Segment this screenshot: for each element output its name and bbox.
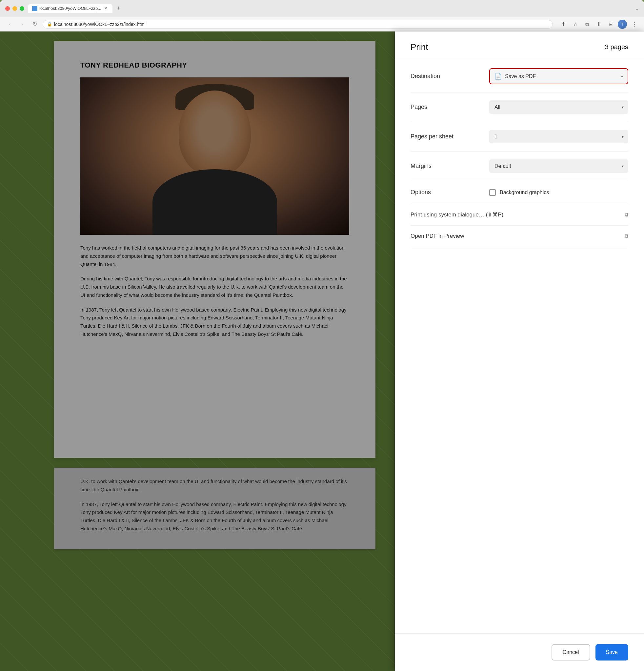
title-bar: localhost:8080/yoWlOOkL~zzp... ✕ + ⌄ [0,0,644,17]
cancel-button[interactable]: Cancel [552,644,590,660]
address-bar: ‹ › ↻ 🔒 localhost:8080/yoWlOOkL~zzp2zr/i… [0,17,644,31]
system-dialogue-row[interactable]: Print using system dialogue… (⇧⌘P) ⧉ [411,204,628,226]
extensions-icon[interactable]: ⧉ [582,20,592,29]
open-pdf-text: Open PDF in Preview [411,233,464,239]
pages-label: Pages [411,104,483,111]
background-graphics-checkbox-row: Background graphics [489,189,628,196]
maximize-button[interactable] [20,6,24,11]
share-icon[interactable]: ⬆ [559,20,568,29]
margins-control: Default None Minimum Custom ▾ [489,160,628,173]
options-label: Options [411,189,483,196]
tab-title: localhost:8080/yoWlOOkL~zzp... [39,6,101,11]
margins-label: Margins [411,163,483,169]
url-text: localhost:8080/yoWlOOkL~zzp2zr/index.htm… [54,22,146,27]
destination-select[interactable]: Save as PDF Microsoft Print to PDF [491,69,627,83]
print-dialog-header: Print 3 pages [395,31,644,60]
bookmark-icon[interactable]: ☆ [570,20,580,29]
pages-per-sheet-label: Pages per sheet [411,133,483,140]
pages-per-sheet-select-wrapper: 1 2 4 6 9 16 ▾ [489,130,628,143]
avatar[interactable]: T [618,20,627,29]
print-pages-count: 3 pages [605,43,628,51]
open-pdf-row[interactable]: Open PDF in Preview ⧉ [411,226,628,247]
print-dialog-footer: Cancel Save [395,633,644,671]
pages-control: All Odd pages only Even pages only Custo… [489,100,628,114]
margins-row: Margins Default None Minimum Custom ▾ [411,152,628,181]
pages-row: Pages All Odd pages only Even pages only… [411,92,628,122]
pages-select-wrapper: All Odd pages only Even pages only Custo… [489,100,628,114]
options-row: Options Background graphics [411,181,628,204]
refresh-icon: ↻ [33,21,37,27]
system-dialogue-external-link-icon: ⧉ [624,212,628,218]
url-bar[interactable]: 🔒 localhost:8080/yoWlOOkL~zzp2zr/index.h… [43,20,553,28]
pages-select[interactable]: All Odd pages only Even pages only Custo… [489,100,628,114]
tab-favicon [32,6,37,11]
options-control: Background graphics [489,189,628,196]
open-pdf-external-link-icon: ⧉ [624,233,628,239]
browser-content: TONY REDHEAD BIOGRAPHY Tony has worked i… [0,31,644,671]
destination-label: Destination [411,73,483,80]
refresh-button[interactable]: ↻ [30,20,39,29]
pages-per-sheet-row: Pages per sheet 1 2 4 6 9 16 [411,122,628,152]
active-tab[interactable]: localhost:8080/yoWlOOkL~zzp... ✕ [28,4,113,13]
pages-per-sheet-select[interactable]: 1 2 4 6 9 16 [489,130,628,143]
traffic-lights [5,6,24,11]
browser-window: localhost:8080/yoWlOOkL~zzp... ✕ + ⌄ ‹ ›… [0,0,644,671]
reader-view-icon[interactable]: ⊟ [606,20,615,29]
destination-select-wrapper: 📄 Save as PDF Microsoft Print to PDF ▾ [489,68,628,84]
print-dialog-title: Print [411,42,428,52]
back-icon: ‹ [9,21,11,27]
back-button[interactable]: ‹ [5,20,14,29]
tab-close-icon[interactable]: ✕ [103,6,109,11]
tab-bar: localhost:8080/yoWlOOkL~zzp... ✕ + [28,4,631,13]
print-dialog-overlay: Print 3 pages Destination 📄 Save as PDF [0,31,644,671]
new-tab-button[interactable]: + [114,4,123,13]
forward-icon: › [21,21,23,27]
system-dialogue-text: Print using system dialogue… (⇧⌘P) [411,211,503,218]
margins-select[interactable]: Default None Minimum Custom [489,160,628,173]
forward-button[interactable]: › [18,20,27,29]
background-graphics-checkbox[interactable] [489,189,496,196]
download-icon[interactable]: ⬇ [594,20,603,29]
save-button[interactable]: Save [595,644,628,660]
toolbar-icons: ⬆ ☆ ⧉ ⬇ ⊟ T ⋮ [559,20,639,29]
menu-icon[interactable]: ⋮ [630,20,639,29]
margins-select-wrapper: Default None Minimum Custom ▾ [489,160,628,173]
close-button[interactable] [5,6,10,11]
lock-icon: 🔒 [47,22,52,27]
print-dialog-body: Destination 📄 Save as PDF Microsoft Prin… [395,60,644,633]
tab-options-icon[interactable]: ⌄ [635,6,639,11]
pages-per-sheet-control: 1 2 4 6 9 16 ▾ [489,130,628,143]
destination-row: Destination 📄 Save as PDF Microsoft Prin… [411,60,628,92]
print-dialog: Print 3 pages Destination 📄 Save as PDF [395,31,644,671]
destination-control: 📄 Save as PDF Microsoft Print to PDF ▾ [489,68,628,84]
background-graphics-label: Background graphics [500,190,549,195]
minimize-button[interactable] [12,6,17,11]
